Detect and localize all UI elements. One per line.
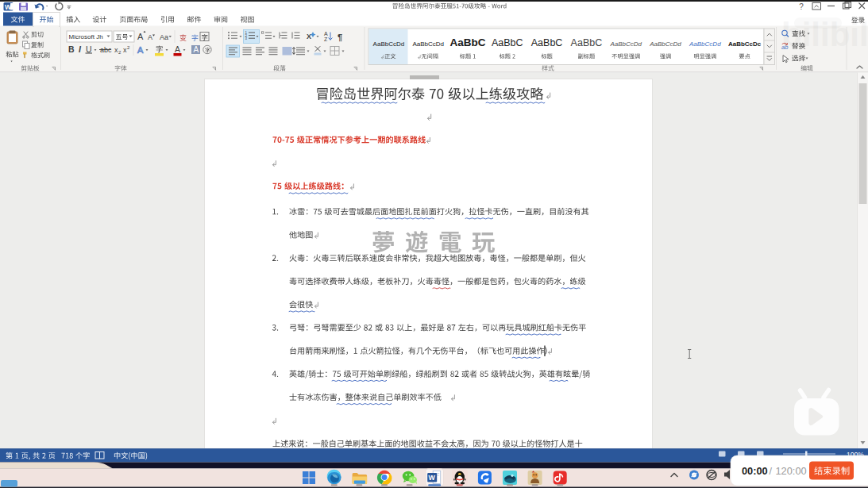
svg-text:A: A xyxy=(148,33,152,41)
svg-text:¶: ¶ xyxy=(338,33,342,42)
svg-text:U: U xyxy=(86,44,92,54)
svg-text:X: X xyxy=(307,33,311,40)
svg-text:AaBbCcDd: AaBbCcDd xyxy=(373,40,405,48)
svg-text:AaBbCcDd: AaBbCcDd xyxy=(649,40,681,48)
svg-text:B: B xyxy=(68,44,75,54)
svg-text:Microsoft Jh: Microsoft Jh xyxy=(69,33,103,40)
svg-text:00:00: 00:00 xyxy=(742,465,768,477)
svg-text:120:00: 120:00 xyxy=(776,465,807,477)
svg-text:?: ? xyxy=(799,2,804,11)
svg-text:A: A xyxy=(324,31,328,37)
svg-text:AaBbC: AaBbC xyxy=(571,37,603,48)
svg-text:W: W xyxy=(429,474,436,482)
svg-text:A: A xyxy=(137,32,144,41)
svg-text:AaBbCcDc: AaBbCcDc xyxy=(728,40,762,48)
svg-text:AaBbC: AaBbC xyxy=(449,37,485,48)
svg-text:/: / xyxy=(770,466,773,477)
svg-text:W: W xyxy=(5,3,12,11)
svg-text:AaBbC: AaBbC xyxy=(492,37,523,48)
svg-text:AaBbCcDd: AaBbCcDd xyxy=(609,40,642,48)
svg-text:A: A xyxy=(175,44,180,54)
svg-text:A: A xyxy=(194,45,199,54)
svg-text:AaBbC: AaBbC xyxy=(531,37,563,48)
svg-text:AaBbCcDd: AaBbCcDd xyxy=(689,40,721,48)
svg-text:Aa: Aa xyxy=(160,33,168,41)
svg-text:Z: Z xyxy=(324,37,328,42)
svg-text:A: A xyxy=(137,45,144,55)
svg-text:AaBbCcDd: AaBbCcDd xyxy=(412,40,444,48)
